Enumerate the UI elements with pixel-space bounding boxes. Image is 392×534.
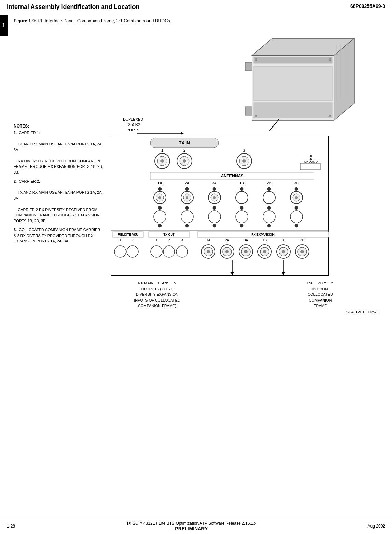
svg-point-74	[154, 211, 166, 223]
svg-point-120	[263, 250, 266, 253]
svg-point-85	[295, 224, 298, 227]
svg-point-111	[207, 250, 210, 253]
svg-point-77	[236, 211, 248, 223]
figure-caption: Figure 1-9: RF Interface Panel, Companio…	[14, 18, 382, 23]
svg-point-105	[127, 246, 138, 257]
svg-point-72	[267, 206, 271, 210]
svg-text:3B: 3B	[300, 238, 305, 242]
svg-point-68	[158, 206, 162, 210]
svg-point-48	[185, 187, 189, 191]
svg-text:3B: 3B	[294, 181, 298, 185]
footer-center: 1X SC™ 4812ET Lite BTS Optimization/ATP …	[126, 521, 256, 531]
svg-text:1A: 1A	[157, 181, 162, 185]
box-illustration	[232, 28, 375, 131]
svg-point-38	[310, 158, 312, 160]
svg-point-114	[225, 250, 229, 253]
svg-text:ANTENNAS: ANTENNAS	[221, 174, 244, 178]
diagram-container: NOTES: 1. CARRIER 1: TX AND RX MAIN USE …	[14, 117, 382, 314]
svg-point-73	[295, 206, 298, 210]
svg-point-31	[183, 159, 186, 163]
svg-text:3: 3	[181, 238, 183, 242]
svg-point-50	[240, 187, 243, 191]
svg-point-70	[213, 206, 216, 210]
product-name: 1X SC™ 4812ET Lite BTS Optimization/ATP …	[126, 521, 256, 526]
svg-point-69	[185, 206, 189, 210]
rx-main-expansion-label: RX MAIN EXPANSIONOUTPUTS (TO RXDIVERSITY…	[123, 280, 191, 309]
svg-rect-16	[245, 107, 252, 115]
svg-text:1: 1	[161, 148, 164, 153]
svg-point-126	[300, 250, 304, 253]
svg-point-7	[255, 58, 257, 61]
page-header: Internal Assembly Identification and Loc…	[0, 0, 392, 13]
note-1: 1. CARRIER 1: TX AND RX MAIN USE ANTENNA…	[14, 130, 106, 175]
svg-point-82	[213, 224, 216, 227]
svg-point-61	[213, 196, 216, 199]
page-footer: 1-28 1X SC™ 4812ET Lite BTS Optimization…	[0, 518, 392, 534]
note-3: 3. COLLOCATED COMPANION FRAME CARRIER 1 …	[14, 227, 106, 244]
svg-marker-19	[181, 132, 184, 135]
svg-text:TX IN: TX IN	[179, 140, 190, 145]
svg-point-37	[310, 155, 312, 157]
note-2: 2. CARRIER 2: TX AND RX MAIN USE ANTENNA…	[14, 178, 106, 224]
svg-point-117	[244, 250, 248, 253]
figure-label: Figure 1-9:	[14, 18, 36, 23]
svg-text:1: 1	[119, 238, 121, 242]
figure-text: RF Interface Panel, Companion Frame, 2:1…	[38, 18, 170, 23]
svg-point-81	[185, 224, 189, 227]
svg-text:2A: 2A	[185, 181, 190, 185]
svg-point-58	[186, 196, 188, 199]
svg-point-76	[208, 211, 221, 223]
svg-point-123	[282, 250, 285, 253]
rx-diversity-label: RX DIVERSITYIN FROMCOLLOCATEDCOMPANIONFR…	[293, 280, 348, 309]
chapter-marker: 1	[0, 15, 8, 36]
svg-text:2A: 2A	[225, 238, 229, 242]
svg-point-84	[267, 224, 271, 227]
chapter-number: 1	[2, 22, 5, 29]
panel-diagram: TX IN 1 2 3 GROUND	[109, 135, 331, 279]
footer-date: Aug 2002	[368, 524, 385, 529]
svg-point-108	[176, 246, 188, 257]
svg-text:3: 3	[243, 148, 246, 153]
doc-number: 68P09255A69-3	[350, 3, 385, 9]
svg-point-28	[160, 159, 164, 163]
svg-point-49	[213, 187, 216, 191]
svg-point-80	[158, 224, 162, 227]
svg-point-83	[240, 224, 243, 227]
svg-point-104	[114, 246, 126, 257]
preliminary-label: PRELIMINARY	[175, 526, 208, 531]
svg-text:3A: 3A	[212, 181, 217, 185]
svg-text:1B: 1B	[239, 181, 244, 185]
notes-column: NOTES: 1. CARRIER 1: TX AND RX MAIN USE …	[14, 117, 109, 314]
svg-point-78	[263, 211, 275, 223]
svg-point-75	[181, 211, 193, 223]
svg-text:RX EXPANSION: RX EXPANSION	[251, 233, 274, 236]
svg-text:2B: 2B	[267, 181, 271, 185]
svg-point-79	[290, 211, 303, 223]
sc-number: SC4812ETL0025-2	[109, 310, 382, 314]
svg-point-63	[263, 191, 275, 204]
svg-rect-6	[254, 103, 332, 118]
svg-point-52	[295, 187, 298, 191]
svg-text:REMOTE  ASU: REMOTE ASU	[118, 233, 138, 236]
svg-point-51	[267, 187, 271, 191]
svg-point-62	[236, 191, 248, 204]
svg-rect-15	[245, 62, 252, 71]
svg-rect-36	[300, 163, 320, 170]
svg-point-106	[151, 246, 162, 257]
svg-text:1A: 1A	[206, 238, 211, 242]
svg-point-34	[242, 159, 246, 163]
svg-point-10	[329, 115, 331, 117]
diagram-column: DUPLEXEDTX & RXPORTS TX IN 1 2 3	[109, 117, 382, 314]
svg-point-71	[240, 206, 243, 210]
svg-point-47	[158, 187, 162, 191]
svg-text:2: 2	[168, 238, 170, 242]
svg-text:2B: 2B	[281, 238, 286, 242]
svg-text:1B: 1B	[263, 238, 267, 242]
svg-text:2: 2	[183, 148, 186, 153]
svg-text:TX OUT: TX OUT	[164, 233, 175, 236]
svg-point-107	[163, 246, 175, 257]
svg-text:2: 2	[131, 238, 134, 242]
svg-text:3A: 3A	[244, 238, 248, 242]
svg-rect-3	[254, 57, 332, 63]
svg-point-55	[158, 196, 161, 199]
